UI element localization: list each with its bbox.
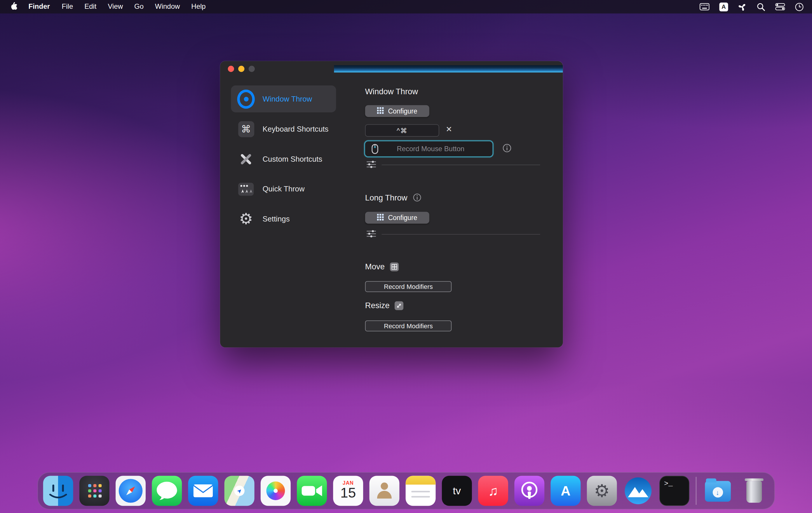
dock-safari-icon[interactable] (116, 476, 146, 506)
fan-icon[interactable] (738, 2, 747, 11)
crossed-tools-icon (237, 150, 255, 168)
dock-notes-icon[interactable] (406, 476, 436, 506)
sidebar-item-label: Keyboard Shortcuts (263, 125, 329, 133)
resize-heading: Resize (365, 301, 404, 310)
record-circle-icon (237, 90, 255, 108)
menu-item-finder[interactable]: Finder (22, 0, 56, 13)
mouse-icon (370, 143, 380, 155)
sliders-disclosure-icon[interactable] (367, 160, 377, 169)
dock-maps-icon[interactable]: ➤ (225, 476, 255, 506)
content-pane: Window Throw Configure ^⌘ ✕ Record Mouse… (365, 61, 563, 347)
app-window: Window Throw ⌘ Keyboard Shortcuts Custom… (220, 61, 563, 347)
dock-podcasts-icon[interactable] (514, 476, 544, 506)
record-mouse-placeholder: Record Mouse Button (380, 145, 481, 153)
close-button[interactable] (228, 66, 234, 72)
grid-icon (377, 107, 384, 115)
long-throw-info-icon[interactable] (412, 193, 422, 203)
menu-item-view[interactable]: View (102, 0, 129, 13)
move-grid-icon (390, 262, 399, 271)
clock-icon[interactable] (795, 2, 804, 11)
dock-facetime-icon[interactable] (297, 476, 327, 506)
apple-menu[interactable] (8, 1, 22, 12)
dock-messages-icon[interactable] (152, 476, 182, 506)
sidebar-item-quick-throw[interactable]: Quick Throw (231, 175, 336, 202)
command-key-icon: ⌘ (237, 120, 255, 138)
dock-mail-icon[interactable] (188, 476, 218, 506)
dock-trash-icon[interactable] (739, 476, 769, 506)
info-icon[interactable] (502, 143, 512, 153)
divider (382, 234, 540, 235)
sidebar-item-label: Window Throw (263, 95, 312, 103)
clear-shortcut-button[interactable]: ✕ (443, 124, 455, 135)
menu-item-help[interactable]: Help (185, 0, 211, 13)
divider (382, 164, 540, 165)
sidebar-item-window-throw[interactable]: Window Throw (231, 86, 336, 112)
cursor-window-icon (237, 180, 255, 198)
dock-photos-icon[interactable] (261, 476, 291, 506)
gear-icon: ⚙ (237, 210, 255, 228)
dock-system-preferences-icon[interactable]: ⚙ (587, 476, 617, 506)
move-record-modifiers-button[interactable]: Record Modifiers (365, 281, 452, 292)
dock-mountain-app-icon[interactable] (623, 476, 653, 506)
dock-downloads-icon[interactable]: ↓ (702, 476, 733, 506)
window-throw-configure-button[interactable]: Configure (365, 105, 429, 117)
sidebar-item-label: Settings (263, 215, 290, 223)
menu-item-file[interactable]: File (56, 0, 79, 13)
dock-finder-icon[interactable] (43, 476, 73, 506)
dock-terminal-icon[interactable]: >_ (659, 476, 689, 506)
dock-launchpad-icon[interactable] (79, 476, 110, 506)
sliders-disclosure-icon[interactable] (367, 230, 377, 238)
long-throw-heading: Long Throw (365, 193, 422, 203)
long-throw-configure-button[interactable]: Configure (365, 212, 429, 224)
keyboard-icon[interactable] (700, 3, 709, 10)
calendar-month: JAN (343, 480, 354, 486)
dock-calendar-icon[interactable]: JAN 15 (333, 476, 363, 506)
dock-appstore-icon[interactable]: A (550, 476, 581, 506)
input-source-a-icon[interactable]: A (719, 2, 728, 11)
zoom-button[interactable] (249, 66, 255, 72)
apple-logo-icon (9, 1, 17, 12)
menu-item-edit[interactable]: Edit (79, 0, 102, 13)
calendar-day: 15 (340, 485, 356, 501)
window-throw-heading: Window Throw (365, 87, 418, 96)
dock-divider (696, 477, 696, 505)
sidebar-item-custom-shortcuts[interactable]: Custom Shortcuts (231, 146, 336, 173)
resize-diagonal-icon (395, 301, 404, 310)
menu-item-window[interactable]: Window (149, 0, 185, 13)
dock-music-icon[interactable]: ♫ (478, 476, 508, 506)
dock-contacts-icon[interactable] (369, 476, 399, 506)
control-center-icon[interactable] (775, 3, 785, 10)
sidebar-item-label: Custom Shortcuts (263, 155, 322, 163)
resize-record-modifiers-button[interactable]: Record Modifiers (365, 321, 452, 331)
menu-item-go[interactable]: Go (129, 0, 149, 13)
sidebar: Window Throw ⌘ Keyboard Shortcuts Custom… (231, 86, 336, 236)
sidebar-item-label: Quick Throw (263, 185, 305, 193)
dock-appletv-icon[interactable]: tv (442, 476, 472, 506)
record-mouse-button-field[interactable]: Record Mouse Button (364, 140, 494, 158)
move-heading: Move (365, 262, 399, 271)
dock: ➤ JAN 15 tv ♫ A ⚙ >_ ↓ (37, 472, 775, 510)
menu-bar: Finder File Edit View Go Window Help A (0, 0, 812, 13)
desktop: Finder File Edit View Go Window Help A (0, 0, 812, 513)
minimize-button[interactable] (238, 66, 244, 72)
sidebar-item-settings[interactable]: ⚙ Settings (231, 205, 336, 232)
sidebar-item-keyboard-shortcuts[interactable]: ⌘ Keyboard Shortcuts (231, 116, 336, 142)
search-icon[interactable] (757, 2, 765, 11)
keyboard-shortcut-field[interactable]: ^⌘ (365, 124, 439, 137)
grid-icon (377, 214, 384, 222)
